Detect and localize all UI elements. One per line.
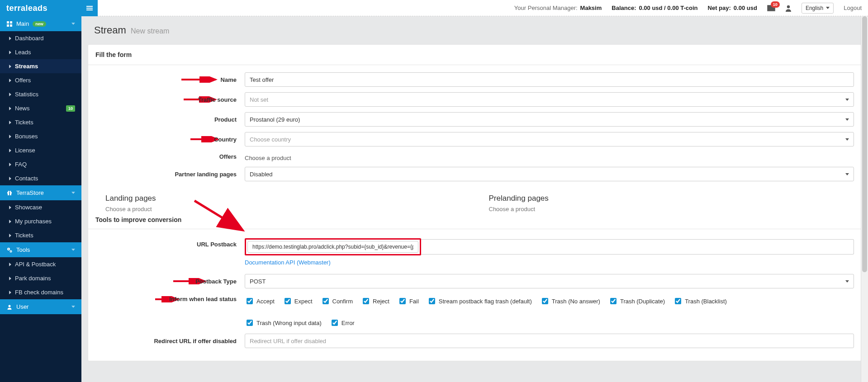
documentation-link[interactable]: Documentation API (Webmaster) bbox=[245, 259, 331, 266]
sidebar-item-faq[interactable]: FAQ bbox=[0, 157, 81, 171]
gift-icon bbox=[6, 190, 13, 196]
checkbox-input[interactable] bbox=[247, 320, 253, 326]
manager-name[interactable]: Maksim bbox=[580, 5, 602, 11]
check-reject[interactable]: Reject bbox=[361, 297, 389, 306]
check-expect[interactable]: Expect bbox=[283, 297, 313, 306]
checkbox-input[interactable] bbox=[332, 320, 338, 326]
svg-point-8 bbox=[9, 190, 11, 192]
checkbox-input[interactable] bbox=[323, 298, 329, 304]
sidebar-item-my-purchases[interactable]: My purchases bbox=[0, 214, 81, 228]
checkbox-input[interactable] bbox=[542, 298, 548, 304]
check-error[interactable]: Error bbox=[330, 318, 355, 327]
postback-section: URL Postback Documentation API (Webmaste… bbox=[88, 229, 861, 361]
row-partner-landing: Partner landing pages Disabled bbox=[95, 167, 854, 181]
partner-landing-select[interactable]: Disabled bbox=[245, 167, 854, 181]
row-country: Country Choose country bbox=[95, 132, 854, 146]
sidebar-item-showcase[interactable]: Showcase bbox=[0, 200, 81, 214]
sidebar-item-dashboard[interactable]: Dashboard bbox=[0, 31, 81, 45]
traffic-source-select[interactable]: Not set bbox=[245, 92, 854, 107]
check-label: Accept bbox=[256, 298, 275, 305]
chevron-right-icon bbox=[9, 107, 11, 110]
svg-rect-6 bbox=[9, 192, 10, 195]
select-value: POST bbox=[250, 278, 266, 285]
brand-logo[interactable]: terra leads bbox=[0, 0, 81, 16]
offers-static: Choose a product bbox=[245, 152, 854, 161]
check-label: Error bbox=[342, 320, 355, 326]
sidebar-item-fb-check-domains[interactable]: FB check domains bbox=[0, 285, 81, 299]
country-select[interactable]: Choose country bbox=[245, 132, 854, 146]
chevron-right-icon bbox=[9, 177, 11, 180]
chevron-right-icon bbox=[9, 51, 11, 54]
sidebar-item-label: Tickets bbox=[15, 119, 75, 126]
row-product: Product Prostanol (29 euro) bbox=[95, 112, 854, 127]
label-product: Product bbox=[95, 116, 245, 123]
inform-checks: Accept Expect Confirm Reject Fail Stream… bbox=[245, 295, 854, 327]
sidebar-section-terrastore[interactable]: TerraStore bbox=[0, 185, 81, 200]
check-stream-trash[interactable]: Stream postback flag trash (default) bbox=[427, 297, 532, 306]
sidebar-item-store-tickets[interactable]: Tickets bbox=[0, 228, 81, 242]
sidebar-item-streams[interactable]: Streams bbox=[0, 59, 81, 73]
sidebar-section-tools[interactable]: Tools bbox=[0, 242, 81, 257]
messages-button[interactable]: 10 bbox=[767, 5, 775, 11]
check-trash-blacklist[interactable]: Trash (Blacklist) bbox=[673, 297, 727, 306]
sidebar-item-contacts[interactable]: Contacts bbox=[0, 171, 81, 185]
netpay-value: 0.00 usd bbox=[734, 5, 757, 11]
postback-type-select[interactable]: POST bbox=[245, 274, 854, 288]
sidebar-toggle-button[interactable] bbox=[81, 0, 98, 16]
checkbox-input[interactable] bbox=[247, 298, 253, 304]
manager-info: Your Personal Manager: Maksim bbox=[514, 5, 602, 11]
row-name: Name bbox=[95, 72, 854, 87]
landing-title: Landing pages bbox=[105, 194, 471, 203]
sidebar-item-api-postback[interactable]: API & Postback bbox=[0, 257, 81, 271]
sidebar-item-offers[interactable]: Offers bbox=[0, 73, 81, 87]
user-icon bbox=[785, 5, 792, 12]
name-input[interactable] bbox=[245, 72, 854, 87]
postback-input-extension[interactable] bbox=[421, 239, 854, 255]
checkbox-input[interactable] bbox=[285, 298, 291, 304]
svg-rect-0 bbox=[7, 21, 9, 24]
check-trash-duplicate[interactable]: Trash (Duplicate) bbox=[608, 297, 665, 306]
profile-button[interactable] bbox=[785, 5, 792, 12]
sidebar-item-label: News bbox=[15, 105, 62, 112]
chevron-down-icon bbox=[71, 23, 75, 25]
sidebar-item-license[interactable]: License bbox=[0, 143, 81, 157]
redirect-url-input[interactable] bbox=[245, 334, 854, 348]
product-select[interactable]: Prostanol (29 euro) bbox=[245, 112, 854, 127]
checkbox-input[interactable] bbox=[610, 298, 617, 304]
checkbox-input[interactable] bbox=[363, 298, 369, 304]
check-trash-noanswer[interactable]: Trash (No answer) bbox=[540, 297, 600, 306]
row-inform-status: Inform when lead status Accept Expect Co… bbox=[95, 295, 854, 327]
chevron-right-icon bbox=[9, 79, 11, 82]
checkbox-input[interactable] bbox=[429, 298, 435, 304]
checkbox-input[interactable] bbox=[399, 298, 406, 304]
check-label: Fail bbox=[409, 298, 419, 305]
sidebar-item-leads[interactable]: Leads bbox=[0, 45, 81, 59]
chevron-right-icon bbox=[9, 121, 11, 124]
url-postback-input[interactable] bbox=[247, 241, 418, 253]
prelanding-title: Prelanding pages bbox=[489, 194, 854, 203]
svg-rect-2 bbox=[7, 24, 9, 27]
sidebar-section-main[interactable]: Main new bbox=[0, 16, 81, 31]
check-confirm[interactable]: Confirm bbox=[321, 297, 353, 306]
check-label: Reject bbox=[373, 298, 389, 305]
check-label: Trash (Wrong input data) bbox=[256, 320, 322, 326]
check-accept[interactable]: Accept bbox=[245, 297, 275, 306]
scrollbar-thumb[interactable] bbox=[862, 16, 867, 272]
sidebar-item-bonuses[interactable]: Bonuses bbox=[0, 129, 81, 143]
sidebar-item-news[interactable]: News10 bbox=[0, 101, 81, 115]
scrollbar-track[interactable] bbox=[861, 16, 868, 382]
chevron-right-icon bbox=[9, 93, 11, 96]
label-traffic-source: Traffic source bbox=[95, 96, 245, 103]
caret-down-icon bbox=[845, 118, 849, 121]
sidebar-section-user[interactable]: User bbox=[0, 299, 81, 314]
sidebar-item-tickets[interactable]: Tickets bbox=[0, 115, 81, 129]
sidebar-item-park-domains[interactable]: Park domains bbox=[0, 271, 81, 285]
language-select[interactable]: English bbox=[802, 3, 834, 14]
sidebar-item-statistics[interactable]: Statistics bbox=[0, 87, 81, 101]
gears-icon bbox=[6, 247, 13, 253]
check-trash-wronginput[interactable]: Trash (Wrong input data) bbox=[245, 318, 322, 327]
logout-link[interactable]: Logout bbox=[844, 5, 862, 11]
checkbox-input[interactable] bbox=[675, 298, 681, 304]
caret-down-icon bbox=[826, 7, 830, 9]
check-fail[interactable]: Fail bbox=[398, 297, 419, 306]
